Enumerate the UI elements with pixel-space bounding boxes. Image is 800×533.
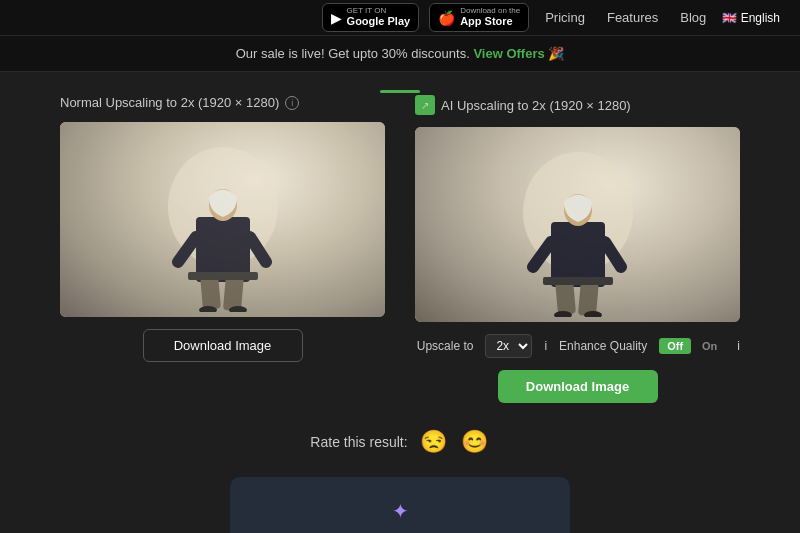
- ai-download-button[interactable]: Download Image: [498, 370, 658, 403]
- rating-section: Rate this result: 😒 😊: [60, 427, 740, 457]
- main-content: Normal Upscaling to 2x (1920 × 1280) i: [0, 72, 800, 533]
- svg-rect-4: [222, 275, 243, 311]
- ai-upscale-panel: ↗ AI Upscaling to 2x (1920 × 1280): [415, 95, 740, 403]
- ai-icon: ↗: [415, 95, 435, 115]
- enhance-off-button[interactable]: Off: [659, 338, 691, 354]
- normal-download-button[interactable]: Download Image: [143, 329, 303, 362]
- upscale-to-label: Upscale to: [417, 339, 474, 353]
- promo-bar: Our sale is live! Get upto 30% discounts…: [0, 36, 800, 72]
- normal-upscale-panel: Normal Upscaling to 2x (1920 × 1280) i: [60, 95, 385, 362]
- normal-panel-label: Normal Upscaling to 2x (1920 × 1280): [60, 95, 279, 110]
- normal-info-icon[interactable]: i: [285, 96, 299, 110]
- view-offers-link[interactable]: View Offers: [473, 46, 544, 61]
- app-store-button[interactable]: 🍎 Download on the App Store: [429, 3, 529, 32]
- normal-image-box: [60, 122, 385, 317]
- ai-panel-label: AI Upscaling to 2x (1920 × 1280): [441, 98, 631, 113]
- comparison-row: Normal Upscaling to 2x (1920 × 1280) i: [60, 95, 740, 403]
- bulk-banner: ✦ Want to Upscale Images in bulk? Get Ea…: [230, 477, 570, 533]
- enhance-quality-label: Enhance Quality: [559, 339, 647, 353]
- ai-controls: Upscale to 2x 4x i Enhance Quality Off O…: [415, 334, 740, 358]
- promo-emoji: 🎉: [548, 46, 564, 61]
- google-play-icon: ▶: [331, 10, 342, 26]
- pricing-link[interactable]: Pricing: [539, 10, 591, 25]
- thumbs-down-button[interactable]: 😒: [418, 427, 449, 457]
- thumbs-up-button[interactable]: 😊: [459, 427, 490, 457]
- bulk-icon: ✦: [250, 499, 550, 523]
- app-store-text: Download on the App Store: [460, 7, 520, 28]
- navbar: ▶ GET IT ON Google Play 🍎 Download on th…: [0, 0, 800, 36]
- blog-link[interactable]: Blog: [674, 10, 712, 25]
- normal-photo-svg: [158, 127, 288, 312]
- upscale-info-icon[interactable]: i: [544, 339, 547, 353]
- upscale-select[interactable]: 2x 4x: [485, 334, 532, 358]
- ai-image-placeholder: [415, 127, 740, 322]
- features-link[interactable]: Features: [601, 10, 664, 25]
- google-play-text: GET IT ON Google Play: [347, 7, 411, 28]
- svg-rect-5: [188, 272, 258, 280]
- rating-label: Rate this result:: [310, 434, 407, 450]
- apple-icon: 🍎: [438, 10, 455, 26]
- ai-panel-header: ↗ AI Upscaling to 2x (1920 × 1280): [415, 95, 740, 115]
- enhance-info-icon[interactable]: i: [737, 339, 740, 353]
- normal-panel-header: Normal Upscaling to 2x (1920 × 1280) i: [60, 95, 385, 110]
- ai-photo-svg: [513, 132, 643, 317]
- normal-image-placeholder: [60, 122, 385, 317]
- enhance-on-button[interactable]: On: [694, 338, 725, 354]
- enhance-toggle: Off On: [659, 338, 725, 354]
- svg-rect-15: [543, 277, 613, 285]
- svg-rect-14: [577, 280, 598, 316]
- ai-image-box: [415, 127, 740, 322]
- active-tab-indicator: [380, 90, 420, 93]
- language-selector[interactable]: 🇬🇧 English: [722, 11, 780, 25]
- promo-text: Our sale is live! Get upto 30% discounts…: [236, 46, 470, 61]
- google-play-button[interactable]: ▶ GET IT ON Google Play: [322, 3, 420, 32]
